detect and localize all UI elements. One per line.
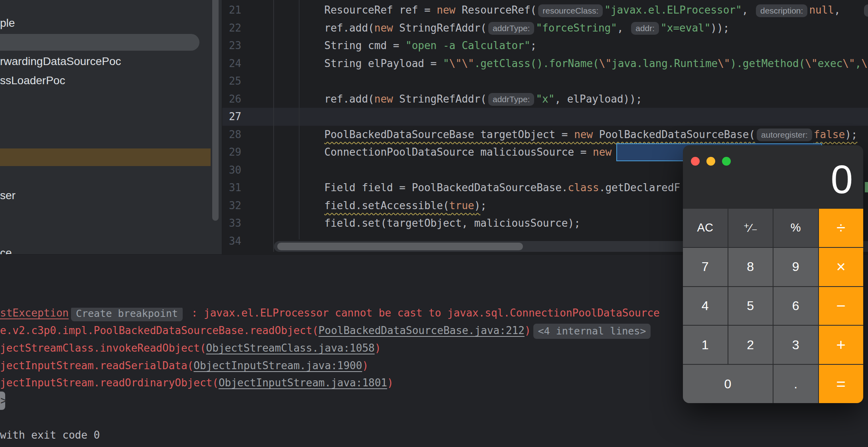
editor-hscrollbar-thumb[interactable] (277, 243, 523, 250)
code-segment: StringRefAddr( (393, 93, 487, 105)
code-segment: \" (861, 57, 868, 69)
calc-key-AC[interactable]: AC (683, 209, 728, 247)
code-segment: "open -a Calculator" (406, 40, 531, 51)
console-chip[interactable]: Create breakpoint (71, 308, 183, 321)
line-number: 21 (222, 1, 241, 19)
sidebar-item[interactable]: rwardingDataSourcePoc (0, 53, 121, 70)
console-text: : javax.el.ELProcessor cannot be cast to… (185, 308, 660, 319)
code-text: String elPayload = "\"\".getClass().forN… (324, 55, 868, 73)
calc-key-9[interactable]: 9 (773, 248, 818, 286)
code-text: PoolBackedDataSourceBase targetObject = … (324, 126, 857, 144)
zoom-button[interactable] (722, 157, 731, 166)
editor-line-22[interactable]: 22ref.add(new StringRefAddr(addrType:"fo… (222, 19, 868, 37)
calc-key-2[interactable]: 2 (728, 326, 773, 364)
calc-key-⁺⁄₋[interactable]: ⁺⁄₋ (728, 209, 773, 247)
sidebar-item-selected[interactable] (0, 34, 199, 51)
editor-line-25[interactable]: 25 (222, 72, 868, 90)
line-number: 22 (222, 19, 241, 37)
console-line: e.v2.c3p0.impl.PoolBackedDataSourceBase.… (0, 322, 653, 339)
console-text: ) (387, 377, 394, 389)
calc-key-6[interactable]: 6 (773, 287, 818, 325)
line-number: 29 (222, 143, 241, 161)
sidebar-scrollbar[interactable] (212, 0, 219, 221)
editor-line-23[interactable]: 23String cmd = "open -a Calculator"; (222, 37, 868, 55)
sidebar-item[interactable]: ce (0, 244, 12, 254)
line-number: 24 (222, 55, 241, 73)
code-segment: PoolBackedDataSourceBase targetObject = (324, 129, 574, 140)
stacktrace-link[interactable]: ObjectInputStream.java:1801 (219, 377, 387, 389)
calc-key-8[interactable]: 8 (728, 248, 773, 286)
editor-line-26[interactable]: 26ref.add(new StringRefAddr(addrType:"x"… (222, 90, 868, 108)
prompt-chevron: > (0, 392, 7, 410)
sidebar-item[interactable]: ssLoaderPoc (0, 72, 65, 89)
sidebar-item-accent[interactable] (0, 148, 211, 166)
code-segment: java.lang.Runtime (612, 57, 718, 69)
code-segment: "x" (536, 93, 554, 105)
code-segment: ref.add( (324, 22, 374, 34)
inlay-hint: description: (756, 4, 807, 17)
stacktrace-link[interactable]: ObjectStreamClass.java:1058 (206, 342, 375, 354)
code-segment: \" (449, 57, 462, 69)
line-number: 27 (222, 108, 241, 126)
calc-key-1[interactable]: 1 (683, 326, 728, 364)
editor-line-27[interactable]: 27 (222, 108, 868, 126)
code-segment: "forceString" (536, 22, 617, 34)
calc-key-%[interactable]: % (773, 209, 818, 247)
sidebar-item[interactable]: ser (0, 187, 16, 204)
code-segment: PoolBackedDataSourceBase( (593, 129, 755, 140)
editor-line-21[interactable]: 21ResourceRef ref = new ResourceRef(reso… (222, 1, 868, 19)
stacktrace-link[interactable]: stException (0, 308, 69, 319)
calc-key-÷[interactable]: ÷ (819, 209, 864, 247)
console-text: jectStreamClass.invokeReadObject( (0, 342, 206, 354)
editor-line-24[interactable]: 24String elPayload = "\"\".getClass().fo… (222, 55, 868, 73)
code-segment: field.setAccessible( (324, 200, 449, 212)
calc-key-−[interactable]: − (819, 287, 864, 325)
line-number: 30 (222, 161, 241, 179)
project-tree-panel: plerwardingDataSourcePocssLoaderPocserce (0, 0, 222, 254)
editor-line-28[interactable]: 28PoolBackedDataSourceBase targetObject … (222, 126, 868, 144)
stacktrace-link[interactable]: ObjectInputStream.java:1900 (193, 360, 362, 372)
code-text: ref.add(new StringRefAddr(addrType:"x", … (324, 90, 642, 108)
inlay-hint: addr: (631, 22, 659, 35)
calc-key-×[interactable]: × (819, 248, 864, 286)
console-text: ) (375, 342, 381, 354)
calc-key-3[interactable]: 3 (773, 326, 818, 364)
line-number: 25 (222, 72, 241, 90)
calc-key-5[interactable]: 5 (728, 287, 773, 325)
code-segment: null (809, 4, 834, 16)
code-text: ref.add(new StringRefAddr(addrType:"forc… (324, 19, 729, 37)
calc-key-=[interactable]: = (819, 365, 864, 403)
calc-key-.[interactable]: . (773, 365, 818, 403)
stacktrace-link[interactable]: PoolBackedDataSourceBase.java:212 (318, 324, 525, 336)
code-text: String cmd = "open -a Calculator"; (324, 37, 537, 55)
calc-key-7[interactable]: 7 (683, 248, 728, 286)
calc-key-0[interactable]: 0 (683, 365, 773, 403)
code-segment: "javax.el.ELProcessor" (604, 4, 742, 16)
code-segment: .getClass().forName( (474, 57, 599, 69)
sidebar-item[interactable]: ple (0, 14, 15, 32)
console-line: with exit code 0 (0, 426, 100, 444)
console-chip[interactable]: <4 internal lines> (533, 324, 651, 339)
calculator-window[interactable]: 0 AC⁺⁄₋%÷789×456−123+0.= (683, 145, 863, 403)
minimize-button[interactable] (706, 157, 715, 166)
calculator-display: 0 (831, 157, 853, 201)
console-text: ) (525, 324, 531, 336)
inlay-hint: resourceClass: (538, 4, 603, 17)
line-number: 23 (222, 37, 241, 55)
inlay-hint: addrType: (488, 22, 534, 35)
calc-key-+[interactable]: + (819, 326, 864, 364)
calc-key-4[interactable]: 4 (683, 287, 728, 325)
code-segment: StringRefAddr( (393, 22, 487, 34)
code-segment: \" (718, 57, 730, 69)
code-segment: field.set(targetObject, maliciousSource)… (324, 217, 580, 229)
code-segment: ref.add( (324, 93, 374, 105)
code-segment: new (437, 4, 456, 16)
code-text: field.set(targetObject, maliciousSource)… (324, 214, 580, 232)
close-button[interactable] (691, 157, 700, 166)
console-text: jectInputStream.readSerialData( (0, 360, 193, 372)
code-segment: , (834, 4, 840, 16)
code-segment: class (568, 182, 599, 194)
code-segment: ).getMethod( (730, 57, 805, 69)
code-segment: String elPayload = (324, 57, 443, 69)
code-segment: \" (842, 57, 855, 69)
